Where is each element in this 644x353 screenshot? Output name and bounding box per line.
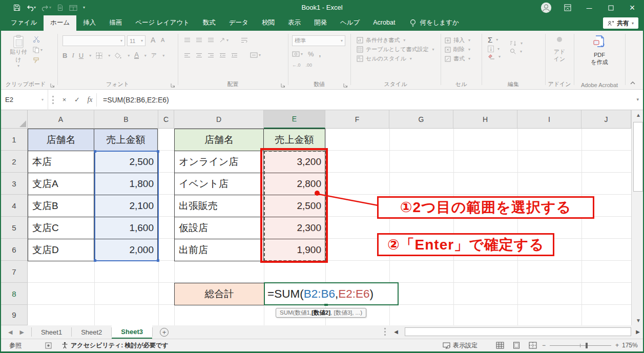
col-header-B[interactable]: B [94, 110, 158, 129]
col-header-H[interactable]: H [453, 110, 517, 129]
align-middle-icon[interactable] [196, 37, 202, 43]
redo-button[interactable]: ▾ [41, 5, 51, 11]
hscroll-left-icon[interactable]: ◀ [391, 327, 401, 336]
scroll-up-icon[interactable]: ▲ [632, 110, 644, 120]
row-header-3[interactable]: 3 [1, 173, 28, 195]
sort-filter-button[interactable]: ▾ [510, 40, 523, 47]
cell-D4[interactable]: 出張販売 [175, 195, 264, 217]
tab-view[interactable]: 表示 [281, 15, 307, 31]
view-page-break-icon[interactable] [529, 339, 537, 351]
autosum-button[interactable]: Σ▾ [488, 35, 501, 44]
increase-decimal-icon[interactable]: ←.0 [292, 63, 301, 68]
col-header-D[interactable]: D [174, 110, 264, 129]
sheet-tab-sheet2[interactable]: Sheet2 [72, 325, 111, 339]
conditional-formatting-button[interactable]: 条件付き書式▾ [357, 36, 441, 44]
align-bottom-icon[interactable] [207, 37, 214, 43]
col-header-C[interactable]: C [158, 110, 174, 129]
dialog-launcher-icon[interactable] [171, 83, 175, 88]
tell-me-box[interactable]: 何をしますか [410, 18, 459, 31]
expand-formula-bar-icon[interactable]: ▾ [636, 97, 639, 102]
new-sheet-button[interactable]: + [160, 328, 169, 337]
zoom-slider[interactable] [550, 345, 611, 346]
table-header-cell[interactable]: 店舗名 [28, 129, 94, 151]
display-settings-button[interactable]: 表示設定 [443, 339, 477, 351]
scroll-down-icon[interactable]: ▼ [632, 316, 644, 325]
align-top-icon[interactable] [184, 37, 191, 43]
fill-button[interactable]: ↓▾ [488, 46, 501, 52]
row-header-9[interactable]: 9 [1, 305, 28, 325]
cell-A6[interactable]: 支店D [28, 239, 94, 261]
sheet-next-icon[interactable]: ▶ [19, 329, 24, 336]
grow-font-button[interactable]: A [151, 36, 155, 44]
align-center-icon[interactable] [196, 53, 202, 58]
cell-A2[interactable]: 本店 [28, 151, 94, 173]
vertical-scrollbar[interactable]: ▲ ▼ [631, 110, 644, 325]
view-page-layout-icon[interactable] [512, 339, 521, 351]
cell-D2[interactable]: オンライン店 [175, 151, 264, 173]
zoom-slider-thumb[interactable] [586, 343, 588, 348]
row-header-8[interactable]: 8 [1, 283, 28, 305]
row-header-5[interactable]: 5 [1, 217, 28, 239]
hscroll-right-icon[interactable]: ▶ [633, 327, 642, 336]
macro-record-icon[interactable] [45, 339, 52, 351]
bold-button[interactable]: B [63, 52, 67, 59]
underline-button[interactable]: U [79, 52, 84, 59]
format-painter-button[interactable] [33, 57, 43, 64]
tab-home[interactable]: ホーム [44, 15, 76, 31]
worksheet-grid[interactable]: A B C D E F G H I J 1 2 3 4 5 6 7 8 9 店舗… [1, 110, 631, 325]
collapse-ribbon-icon[interactable] [630, 81, 636, 85]
shrink-font-button[interactable]: A [161, 37, 164, 43]
insert-cells-button[interactable]: 挿入▾ [445, 36, 482, 44]
confirm-entry-button[interactable]: ✓ [71, 96, 84, 103]
col-header-G[interactable]: G [389, 110, 453, 129]
format-cells-button[interactable]: 書式▾ [445, 55, 482, 63]
customize-qat-icon[interactable]: ▾ [83, 6, 85, 10]
ribbon-display-options-icon[interactable] [557, 0, 578, 15]
zoom-out-icon[interactable]: − [542, 342, 546, 349]
cut-button[interactable] [33, 36, 43, 43]
cell-E8-formula-edit[interactable]: =SUM(B2:B6,E2:E6) [264, 282, 399, 305]
row-header-1[interactable]: 1 [1, 129, 28, 151]
col-header-F[interactable]: F [325, 110, 389, 129]
currency-format-icon[interactable]: ▾ [292, 51, 303, 57]
save-icon[interactable] [13, 4, 20, 11]
dialog-launcher-icon[interactable] [343, 83, 348, 88]
phonetic-guide-button[interactable]: ア [151, 52, 157, 59]
formula-bar-input[interactable]: =SUM(B2:B6,E2:E6) [103, 96, 169, 104]
vertical-scroll-thumb[interactable] [633, 122, 643, 192]
view-normal-icon[interactable] [496, 339, 504, 351]
borders-icon[interactable] [96, 52, 102, 59]
align-left-icon[interactable] [184, 53, 191, 58]
cell-styles-button[interactable]: セルのスタイル▾ [357, 55, 441, 63]
cell-D3[interactable]: イベント店 [175, 173, 264, 195]
zoom-in-icon[interactable]: + [615, 342, 619, 349]
tab-acrobat[interactable]: Acrobat [366, 15, 402, 31]
delete-cells-button[interactable]: 削除▾ [445, 46, 482, 53]
share-button[interactable]: 共有 ▾ [603, 17, 638, 29]
cell-D6[interactable]: 出前店 [175, 239, 264, 261]
col-header-E[interactable]: E [264, 110, 325, 129]
find-select-button[interactable]: ▾ [510, 48, 523, 55]
maximize-button[interactable] [600, 0, 621, 15]
tab-formulas[interactable]: 数式 [196, 15, 222, 31]
font-color-button[interactable]: A [134, 52, 139, 59]
percent-style-button[interactable]: % [308, 50, 314, 58]
tab-page-layout[interactable]: ページ レイアウト [129, 15, 196, 31]
italic-button[interactable]: I [72, 51, 74, 59]
align-right-icon[interactable] [207, 53, 214, 58]
font-size-combo[interactable]: 11▾ [127, 35, 146, 46]
fill-color-icon[interactable] [115, 52, 122, 59]
copy-button[interactable]: ▾ [33, 47, 43, 53]
decrease-indent-icon[interactable] [219, 53, 226, 58]
zoom-level[interactable]: 175% [622, 339, 638, 351]
wrap-text-icon[interactable] [241, 37, 248, 43]
tab-data[interactable]: データ [222, 15, 255, 31]
cell-D8-total-label[interactable]: 総合計 [174, 283, 264, 305]
account-avatar[interactable] [535, 0, 557, 15]
cell-A4[interactable]: 支店B [28, 195, 94, 217]
decrease-decimal-icon[interactable]: .00 [306, 63, 313, 68]
sheet-prev-icon[interactable]: ◀ [8, 329, 12, 336]
sheet-tab-sheet1[interactable]: Sheet1 [32, 325, 71, 339]
row-header-2[interactable]: 2 [1, 151, 28, 173]
dialog-launcher-icon[interactable] [50, 83, 55, 88]
